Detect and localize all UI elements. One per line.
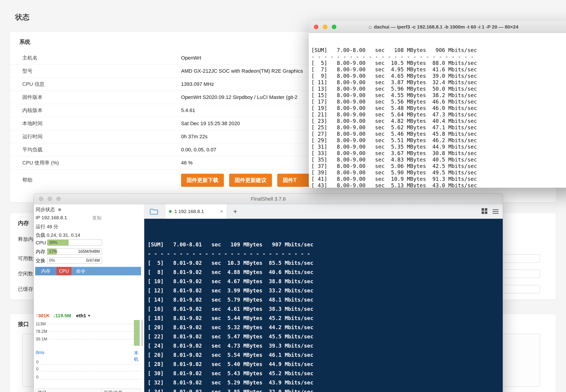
- terminal-line: [ 19] 8.00-9.00 sec 5.48 MBytes 46.0 Mbi…: [311, 105, 566, 111]
- terminal-window: ⌂ dachui — iperf3 -c 192.168.8.1 -b 1000…: [309, 21, 566, 188]
- chart-gridline: 113M: [36, 320, 141, 328]
- terminal-line: [ 34] 8.01-9.02 sec 3.85 MBytes 32.0 Mbi…: [148, 387, 503, 392]
- scale-label: 39.1M: [36, 337, 49, 342]
- terminal-output[interactable]: [SUM] 7.00-8.00 sec 108 MBytes 906 Mbits…: [309, 33, 566, 188]
- status-dot-icon: [58, 208, 61, 211]
- session-tab[interactable]: 1 192.168.8.1 ×: [165, 204, 227, 219]
- row-value: OpenWrt: [181, 55, 201, 61]
- firmware-update-download-button[interactable]: 固件更新下载: [181, 174, 224, 187]
- window-title: FinalShell 3.7.6: [251, 196, 286, 202]
- finalshell-terminal[interactable]: [SUM] 7.00-8.01 sec 109 MBytes 907 Mbits…: [144, 219, 503, 392]
- interfaces-heading: 接口: [18, 321, 29, 328]
- copy-link[interactable]: 复制: [92, 215, 101, 221]
- terminal-line: [ 25] 8.00-9.00 sec 5.62 MBytes 47.1 Mbi…: [311, 124, 566, 131]
- terminal-line: [ 16] 8.01-9.02 sec 4.61 MBytes 38.3 Mbi…: [148, 304, 503, 314]
- column-usage[interactable]: 可用/总量 ▾: [101, 389, 141, 392]
- tab-memory[interactable]: 内存: [35, 267, 56, 275]
- traffic-chart: 113M 78.2M 39.1M: [36, 320, 141, 343]
- terminal-line: [ 23] 8.00-9.00 sec 4.82 MBytes 40.4 Mbi…: [311, 118, 566, 124]
- chevron-down-icon[interactable]: ▼: [87, 314, 91, 318]
- memory-detail: 165M/948M: [78, 249, 100, 254]
- finalshell-titlebar[interactable]: FinalShell 3.7.6: [34, 194, 503, 204]
- row-label: 主机名: [10, 55, 181, 61]
- firmware-update-advice-button[interactable]: 固件更新建议: [229, 174, 272, 187]
- row-value: AMD GX-212JC SOC with Radeon(TM) R2E Gra…: [181, 68, 303, 74]
- terminal-line: [ 41] 8.00-9.00 sec 10.9 MBytes 91.3 Mbi…: [311, 176, 566, 182]
- terminal-line: [ 21] 8.00-9.00 sec 5.64 MBytes 47.3 Mbi…: [311, 111, 566, 118]
- uptime-text: 运行 48 分: [36, 223, 58, 230]
- connected-dot-icon: [169, 210, 172, 213]
- terminal-output: [SUM] 7.00-8.01 sec 109 MBytes 907 Mbits…: [148, 240, 503, 392]
- interface-selector[interactable]: eth1: [76, 313, 86, 318]
- row-value: 1393.097 MHz: [181, 81, 214, 87]
- row-label: CPU 使用率 (%): [10, 159, 181, 166]
- chart-gridline: 39.1M: [36, 336, 141, 343]
- ping-gridline: 0: [36, 358, 141, 364]
- terminal-line: [ 32] 8.01-9.02 sec 5.29 MBytes 43.9 Mbi…: [148, 378, 503, 387]
- zoom-button[interactable]: [56, 197, 61, 201]
- ping-gridline: 0: [36, 373, 141, 379]
- file-table-header: 路径 可用/总量 ▾: [35, 389, 141, 392]
- finalshell-sidebar: 同步状态 IP 192.168.8.1 复制 运行 48 分 负载 0.24, …: [34, 204, 144, 392]
- terminal-line: [ 11] 8.00-9.00 sec 3.87 MBytes 32.4 Mbi…: [311, 79, 566, 85]
- terminal-line: [ 37] 8.00-9.00 sec 5.06 MBytes 42.5 Mbi…: [311, 163, 566, 169]
- ping-row: 0ms 本机: [36, 350, 142, 355]
- host-ip-row: IP 192.168.8.1 复制: [36, 215, 142, 220]
- terminal-line: [ 5] 8.01-9.02 sec 10.3 MBytes 85.5 Mbit…: [148, 258, 503, 267]
- folder-icon[interactable]: [150, 208, 158, 215]
- download-rate: ↓119.5M: [53, 313, 71, 318]
- cpu-meter-row: CPU 39%: [36, 239, 142, 246]
- terminal-line: [ 22] 8.01-9.02 sec 5.47 MBytes 45.5 Mbi…: [148, 332, 503, 341]
- close-button[interactable]: [314, 25, 318, 29]
- column-path[interactable]: 路径: [35, 389, 101, 392]
- ping-value: 0ms: [36, 350, 44, 355]
- help-label: 帮助: [10, 177, 181, 183]
- cpu-meter: 39%: [47, 239, 102, 246]
- terminal-line: [ 30] 8.01-9.02 sec 5.43 MBytes 45.2 Mbi…: [148, 369, 503, 378]
- terminal-line: [ 13] 8.00-9.00 sec 5.96 MBytes 50.0 Mbi…: [311, 85, 566, 92]
- menu-icon[interactable]: [493, 208, 499, 215]
- row-value: OpenWrt S2020.09.12 Sirpdboy / LuCI Mast…: [181, 94, 297, 100]
- chart-gridline: 78.2M: [36, 328, 141, 336]
- minimize-button[interactable]: [48, 197, 52, 201]
- new-tab-button[interactable]: +: [233, 208, 238, 215]
- zoom-button[interactable]: [332, 25, 336, 29]
- swap-detail: 0/474M: [86, 258, 100, 263]
- traffic-bar: [134, 320, 140, 346]
- terminal-line: [ 18] 8.01-9.02 sec 5.44 MBytes 45.2 Mbi…: [148, 314, 503, 323]
- row-label: 固件版本: [10, 94, 181, 101]
- row-label: CPU 信息: [10, 81, 181, 88]
- memory-label: 内存: [36, 249, 45, 255]
- terminal-line: [ 31] 8.00-9.00 sec 5.35 MBytes 44.9 Mbi…: [311, 143, 566, 150]
- row-value: 5.4.61: [181, 107, 195, 113]
- close-button[interactable]: [39, 197, 43, 201]
- dropdown-icon: ▾: [136, 390, 138, 392]
- row-label: 已缓存: [18, 285, 33, 293]
- row-label: 平均负载: [10, 146, 181, 153]
- terminal-line: [ 14] 8.01-9.02 sec 5.79 MBytes 48.1 Mbi…: [148, 295, 503, 304]
- sidebar-scrollbar[interactable]: [141, 320, 143, 346]
- row-label: 本地时间: [10, 120, 181, 127]
- swap-label: 交换: [36, 257, 45, 264]
- swap-meter-row: 交换 0% 0/474M: [36, 257, 142, 264]
- terminal-line: [ 10] 8.01-9.02 sec 4.67 MBytes 38.8 Mbi…: [148, 277, 503, 286]
- terminal-line: [SUM] 7.00-8.00 sec 108 MBytes 906 Mbits…: [311, 47, 566, 53]
- session-tabbar: 1 192.168.8.1 × +: [144, 204, 503, 219]
- close-icon[interactable]: ×: [220, 209, 223, 214]
- terminal-titlebar[interactable]: ⌂ dachui — iperf3 -c 192.168.8.1 -b 1000…: [309, 21, 566, 33]
- row-label: 运行时间: [10, 133, 181, 140]
- row-value: Sat Dec 19 15:25:38 2020: [181, 121, 240, 126]
- terminal-line: - - - - - - - - - - - - - - - - - - - - …: [311, 53, 566, 60]
- layout-grid-icon[interactable]: [481, 208, 488, 215]
- row-value: 46 %: [181, 160, 193, 166]
- scale-label: 78.2M: [36, 329, 49, 334]
- tab-command[interactable]: 命令: [71, 267, 90, 275]
- finalshell-window: FinalShell 3.7.6 同步状态 IP 192.168.8.1 复制 …: [34, 194, 503, 392]
- row-value: 0h 37m 22s: [181, 134, 208, 140]
- memory-meter-row: 内存 17% 165M/948M: [36, 249, 142, 255]
- terminal-line: [ 9] 8.00-9.00 sec 4.65 MBytes 39.0 Mbit…: [311, 73, 566, 79]
- network-stats-row: ↑301K ↓119.5M eth1 ▼: [36, 313, 91, 318]
- cpu-percent: 39%: [49, 240, 57, 245]
- tab-cpu[interactable]: CPU: [56, 267, 71, 275]
- minimize-button[interactable]: [323, 25, 327, 29]
